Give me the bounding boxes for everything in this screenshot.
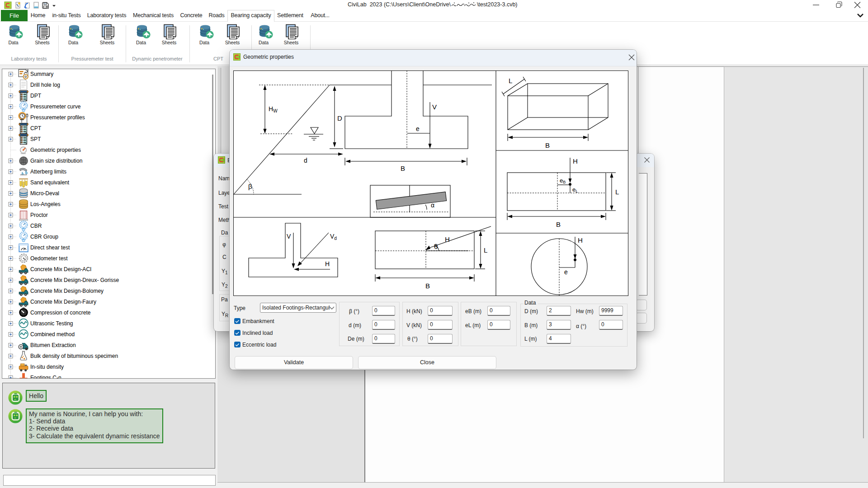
svg-text:eL: eL (572, 186, 578, 193)
svg-text:D: D (337, 114, 342, 122)
svg-text:L: L (509, 77, 512, 84)
svg-text:e: e (416, 125, 420, 132)
svg-text:eB: eB (560, 177, 566, 184)
svg-text:V: V (432, 103, 437, 111)
svg-text:B: B (545, 141, 550, 149)
svg-text:α: α (431, 202, 434, 209)
svg-text:H: H (325, 260, 330, 267)
svg-text:B: B (425, 282, 430, 290)
svg-text:e: e (564, 268, 568, 276)
svg-text:H: H (573, 157, 578, 165)
svg-text:Vd: Vd (330, 233, 337, 241)
svg-text:H: H (445, 235, 450, 243)
svg-text:B: B (401, 164, 405, 172)
svg-text:V: V (287, 233, 291, 240)
svg-text:H: H (578, 236, 583, 244)
svg-text:L: L (484, 246, 487, 254)
svg-text:L: L (615, 188, 619, 196)
svg-text:B: B (556, 221, 561, 228)
svg-text:HW: HW (269, 105, 278, 113)
svg-text:d: d (304, 157, 307, 164)
svg-text:β: β (248, 183, 252, 190)
svg-text:θ: θ (434, 243, 438, 250)
